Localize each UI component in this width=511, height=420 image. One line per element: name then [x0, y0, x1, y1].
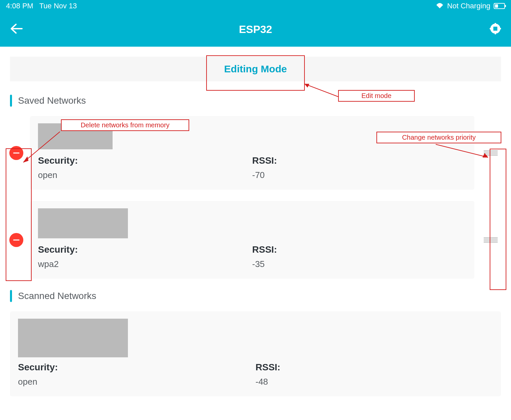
status-date: Tue Nov 13: [39, 2, 77, 10]
editing-mode-banner[interactable]: Editing Mode: [10, 57, 501, 81]
saved-networks-title: Saved Networks: [18, 95, 86, 106]
debug-icon[interactable]: [490, 23, 501, 36]
network-name-redacted: [18, 319, 128, 357]
status-left: 4:08 PM Tue Nov 13: [6, 2, 77, 10]
scanned-networks-title: Scanned Networks: [18, 291, 96, 301]
editing-mode-label: Editing Mode: [224, 63, 287, 75]
section-accent-bar: [10, 95, 12, 107]
reorder-handle[interactable]: [484, 236, 498, 244]
back-button[interactable]: [10, 23, 23, 36]
page-title: ESP32: [239, 23, 272, 36]
security-value: wpa2: [38, 259, 252, 269]
network-card[interactable]: Security: RSSI: open -70: [30, 116, 474, 190]
rssi-label: RSSI:: [256, 362, 493, 373]
security-label: Security:: [38, 155, 252, 166]
saved-network-row: Security: RSSI: wpa2 -35: [30, 201, 501, 279]
status-bar: 4:08 PM Tue Nov 13 Not Charging: [0, 0, 511, 12]
svg-rect-3: [498, 28, 501, 29]
security-value: open: [18, 377, 256, 387]
section-accent-bar: [10, 290, 12, 302]
header-bar: ESP32: [0, 12, 511, 47]
wifi-icon: [436, 2, 444, 10]
rssi-value: -70: [252, 170, 466, 180]
delete-network-button[interactable]: [9, 233, 23, 247]
rssi-label: RSSI:: [252, 244, 466, 255]
network-name-redacted: [38, 208, 128, 238]
network-card[interactable]: Security: RSSI: wpa2 -35: [30, 201, 474, 279]
rssi-value: -48: [256, 377, 493, 387]
charging-status: Not Charging: [447, 2, 490, 10]
security-value: open: [38, 170, 252, 180]
scanned-networks-header: Scanned Networks: [10, 290, 501, 302]
security-label: Security:: [38, 244, 252, 255]
delete-network-button[interactable]: [9, 146, 23, 160]
svg-rect-2: [490, 28, 492, 29]
battery-icon: [494, 3, 505, 9]
scanned-network-card[interactable]: Security: RSSI: open -48: [10, 311, 501, 396]
svg-rect-4: [495, 23, 496, 26]
status-time: 4:08 PM: [6, 2, 33, 10]
svg-rect-1: [493, 27, 497, 31]
rssi-label: RSSI:: [252, 155, 466, 166]
saved-network-row: Security: RSSI: open -70: [30, 116, 501, 190]
saved-networks-header: Saved Networks: [10, 95, 501, 107]
network-name-redacted: [38, 123, 113, 149]
svg-rect-5: [495, 32, 496, 34]
security-label: Security:: [18, 362, 256, 373]
reorder-handle[interactable]: [484, 149, 498, 157]
status-right: Not Charging: [436, 2, 505, 10]
rssi-value: -35: [252, 259, 466, 269]
